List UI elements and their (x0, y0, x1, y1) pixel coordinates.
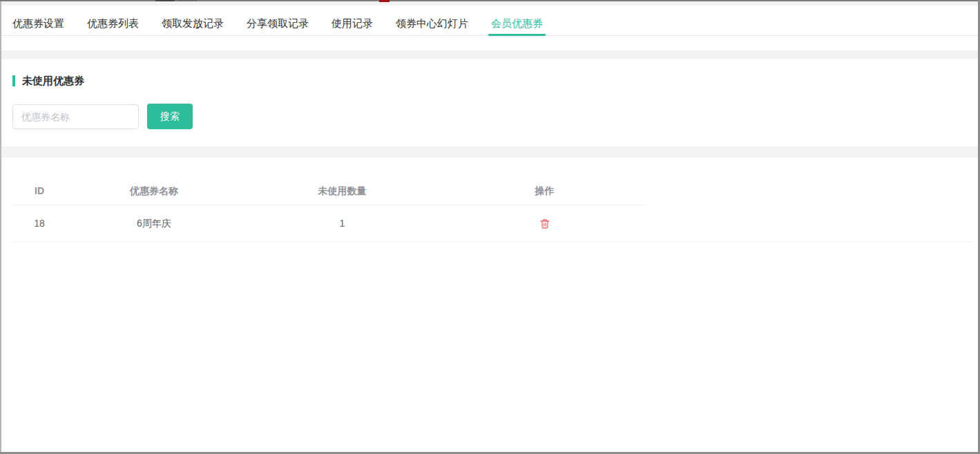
tab-usage-records[interactable]: 使用记录 (332, 8, 373, 39)
cropped-red-fragment (379, 0, 390, 2)
band-spacer (1, 146, 978, 158)
column-header-id: ID (12, 176, 67, 205)
tab-member-coupons[interactable]: 会员优惠券 (491, 8, 543, 39)
table-card: ID 优惠券名称 未使用数量 操作 18 6周年庆 1 (1, 158, 978, 452)
table-header-row: ID 优惠券名称 未使用数量 操作 (12, 176, 646, 205)
column-header-action: 操作 (443, 176, 646, 205)
section-header: 未使用优惠券 (12, 75, 967, 86)
window-border-left (0, 1, 1, 452)
tab-bar: 优惠券设置 优惠券列表 领取发放记录 分享领取记录 使用记录 领券中心幻灯片 会… (1, 6, 978, 50)
search-row: 搜索 (12, 104, 967, 129)
cropped-content-fragment (155, 0, 175, 1)
trash-icon (539, 221, 550, 231)
search-card: 未使用优惠券 搜索 (1, 59, 978, 146)
page-content: 优惠券设置 优惠券列表 领取发放记录 分享领取记录 使用记录 领券中心幻灯片 会… (1, 1, 978, 452)
cell-id: 18 (12, 205, 67, 241)
tab-claim-records[interactable]: 领取发放记录 (162, 8, 224, 39)
cropped-content-fragment (177, 0, 198, 1)
table-row: 18 6周年庆 1 (12, 205, 646, 241)
section-accent-bar (12, 75, 15, 86)
unused-coupons-table: ID 优惠券名称 未使用数量 操作 18 6周年庆 1 (12, 176, 646, 241)
section-title: 未使用优惠券 (22, 75, 84, 88)
column-header-unused: 未使用数量 (241, 176, 443, 205)
delete-button[interactable] (539, 218, 551, 230)
cell-coupon-name: 6周年庆 (67, 205, 241, 241)
cell-unused-count: 1 (241, 205, 443, 241)
window-border-top (0, 0, 980, 1)
tab-list: 优惠券设置 优惠券列表 领取发放记录 分享领取记录 使用记录 领券中心幻灯片 会… (12, 8, 543, 39)
band-spacer (1, 50, 978, 59)
search-button[interactable]: 搜索 (147, 104, 193, 129)
tab-coupon-settings[interactable]: 优惠券设置 (12, 8, 64, 39)
cell-action (443, 205, 646, 241)
tab-coupon-list[interactable]: 优惠券列表 (87, 8, 139, 39)
tab-coupon-center-slides[interactable]: 领券中心幻灯片 (396, 8, 468, 39)
coupon-name-input[interactable] (12, 104, 139, 129)
column-header-name: 优惠券名称 (67, 176, 241, 205)
row-bottom-divider (12, 241, 972, 242)
tab-share-claim-records[interactable]: 分享领取记录 (247, 8, 309, 39)
